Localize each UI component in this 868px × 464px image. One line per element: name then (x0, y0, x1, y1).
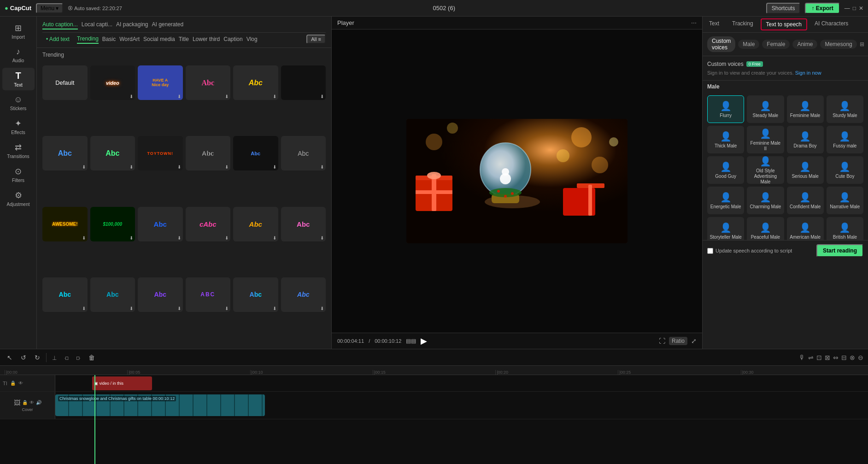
voice-card-drama-boy[interactable]: 👤 Drama Boy (787, 126, 824, 153)
track-visibility-icon[interactable]: 👁 (18, 381, 23, 386)
export-button[interactable]: ↑ Export (805, 3, 839, 14)
maximize-icon[interactable]: □ (853, 5, 856, 12)
text-card-ABC[interactable]: ABC ⬇ (186, 277, 231, 312)
text-card-abc6[interactable]: Abc ⬇ (186, 136, 231, 170)
tab-title[interactable]: Title (179, 35, 189, 43)
sidebar-item-transitions[interactable]: ⇄ Transitions (2, 140, 35, 162)
voice-card-storyteller-male[interactable]: 👤 Storyteller Male (707, 217, 744, 240)
minimize-icon[interactable]: — (845, 5, 850, 12)
fullscreen-icon[interactable]: ⛶ (659, 337, 665, 345)
add-text-button[interactable]: • Add text (42, 35, 73, 43)
tab-social-media[interactable]: Social media (143, 35, 175, 43)
text-card-awesome[interactable]: AWESOME! ⬇ (42, 207, 88, 241)
tab-auto-caption[interactable]: Auto caption... (42, 20, 78, 29)
text-card-abc13[interactable]: Abc ⬇ (42, 277, 88, 312)
tl-icon4[interactable]: ⇔ (833, 354, 839, 361)
voice-tab-male[interactable]: Male (738, 40, 759, 49)
sidebar-item-audio[interactable]: ♪ Audio (2, 44, 35, 66)
filter-icon[interactable]: ⊞ (860, 41, 864, 47)
align-tool[interactable]: ⟥ (74, 353, 82, 362)
voice-card-flurry[interactable]: 👤 Flurry (707, 95, 744, 123)
tab-ai-characters[interactable]: AI Characters (808, 17, 855, 32)
close-icon[interactable]: ✕ (859, 5, 863, 12)
track-lock-icon[interactable]: 🔒 (10, 381, 16, 386)
text-card-toytown[interactable]: TOYTOWN! ⬇ (138, 136, 183, 170)
voice-card-feminine-male2[interactable]: 👤 Feminine Male II (747, 126, 784, 153)
text-card-abc7[interactable]: Abc ⬇ (233, 136, 278, 170)
tl-icon2[interactable]: ⊡ (816, 354, 822, 361)
shortcuts-button[interactable]: Shortcuts (766, 3, 801, 14)
cover-button[interactable]: Cover (22, 407, 33, 412)
menu-button[interactable]: Menu ▾ (36, 3, 63, 13)
text-card-abc11[interactable]: Abc ⬇ (233, 207, 278, 241)
text-card-abc2[interactable]: Abc ⬇ (233, 65, 278, 100)
tl-icon7[interactable]: ⊖ (858, 354, 863, 361)
voice-tab-custom[interactable]: Custom voices (707, 36, 735, 52)
tab-vlog[interactable]: Vlog (246, 35, 258, 43)
trim-tool[interactable]: ⟤ (62, 353, 70, 362)
tab-basic[interactable]: Basic (102, 35, 116, 43)
text-card-abc12[interactable]: Abc ⬇ (281, 207, 326, 241)
voice-card-sturdy-male[interactable]: 👤 Sturdy Male (827, 95, 863, 123)
sign-in-link[interactable]: Sign in now (795, 70, 821, 76)
tab-local-caption[interactable]: Local capti... (82, 20, 112, 29)
text-card-abc8[interactable]: Abc ⬇ (281, 136, 326, 170)
text-card-abc9[interactable]: Abc ⬇ (138, 207, 183, 241)
voice-tab-female[interactable]: Female (762, 40, 790, 49)
text-card-abc5[interactable]: Abc ⬇ (90, 136, 135, 170)
voice-card-british-male[interactable]: 👤 British Male (827, 217, 863, 240)
timeline-icon[interactable]: ▤▤ (406, 338, 416, 344)
text-card-abc4[interactable]: Abc ⬇ (42, 136, 88, 170)
sidebar-item-effects[interactable]: ✦ Effects (2, 116, 35, 138)
voice-tab-memesong[interactable]: Memesong (820, 40, 856, 49)
text-card-abc10[interactable]: cAbc ⬇ (186, 207, 231, 241)
player-menu-icon[interactable]: ⋯ (691, 20, 697, 26)
tl-icon3[interactable]: ⊠ (825, 354, 830, 361)
all-button[interactable]: All ≡ (306, 35, 326, 44)
ratio-button[interactable]: Ratio (669, 337, 687, 345)
window-controls[interactable]: — □ ✕ (845, 5, 863, 12)
update-speech-label[interactable]: Update speech according to script (707, 248, 792, 254)
expand-icon[interactable]: ⤢ (691, 337, 697, 345)
text-card-abc1[interactable]: Abc ⬇ (186, 65, 231, 100)
tab-trending[interactable]: Trending (77, 35, 99, 44)
sidebar-item-text[interactable]: T Text (2, 68, 35, 90)
tab-wordart[interactable]: WordArt (119, 35, 140, 43)
redo-button[interactable]: ↻ (32, 353, 42, 362)
voice-card-narrative-male[interactable]: 👤 Narrative Male (827, 187, 863, 214)
tl-icon6[interactable]: ⊗ (850, 354, 855, 361)
tab-caption[interactable]: Caption (223, 35, 242, 43)
sidebar-item-import[interactable]: ⊞ Import (2, 20, 35, 42)
voice-card-good-guy[interactable]: 👤 Good Guy (707, 156, 744, 184)
voice-card-confident-male[interactable]: 👤 Confident Male (787, 187, 824, 214)
text-card-money[interactable]: $100,000 ⬇ (90, 207, 135, 241)
voice-card-fussy-male[interactable]: 👤 Fussy male (827, 126, 863, 153)
cursor-tool[interactable]: ↖ (5, 353, 15, 362)
voice-card-old-style[interactable]: 👤 Old Style Advertising Male (747, 156, 784, 184)
start-reading-button[interactable]: Start reading (816, 244, 863, 257)
voice-card-serious-male[interactable]: 👤 Serious Male (787, 156, 824, 184)
undo-button[interactable]: ↺ (18, 353, 29, 362)
voice-card-charming-male[interactable]: 👤 Charming Male (747, 187, 784, 214)
text-card-abc16[interactable]: Abc ⬇ (233, 277, 278, 312)
voice-card-feminine-male[interactable]: 👤 Feminine Male (787, 95, 824, 123)
voice-tab-anime[interactable]: Anime (792, 40, 817, 49)
tl-icon1[interactable]: ⇌ (808, 354, 814, 361)
voice-card-steady-male[interactable]: 👤 Steady Male (747, 95, 784, 123)
playhead[interactable] (94, 375, 95, 464)
tab-tracking[interactable]: Tracking (726, 17, 760, 32)
track-clip-text[interactable]: ▣ video / in this (92, 376, 152, 390)
text-card-abc17[interactable]: Abc ⬇ (281, 277, 326, 312)
text-card-default[interactable]: Default (42, 65, 88, 100)
track-audio-icon-video[interactable]: 🔊 (36, 400, 41, 405)
track-visibility-icon-video[interactable]: 👁 (29, 400, 34, 405)
text-card-abc14[interactable]: Abc ⬇ (90, 277, 135, 312)
text-card-abc3[interactable]: ⬇ (281, 65, 326, 100)
track-lock-icon-video[interactable]: 🔒 (22, 400, 28, 405)
mic-icon[interactable]: 🎙 (799, 354, 805, 361)
play-button[interactable]: ▶ (421, 336, 427, 346)
tab-ai-packaging[interactable]: AI packaging (116, 20, 148, 29)
delete-tool[interactable]: 🗑 (86, 353, 97, 362)
tl-icon5[interactable]: ⊟ (841, 354, 847, 361)
voice-card-energetic-male[interactable]: 👤 Energetic Male (707, 187, 744, 214)
